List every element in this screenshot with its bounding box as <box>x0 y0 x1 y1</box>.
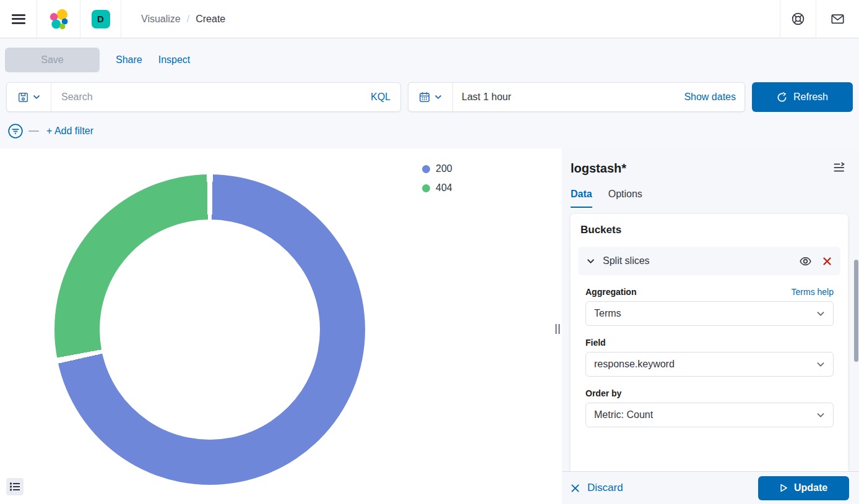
sidebar-header: logstash* <box>562 148 859 176</box>
search-bar: KQL <box>6 82 401 112</box>
collapse-sidebar-button[interactable] <box>832 161 847 176</box>
sidebar-scrollbar[interactable] <box>854 260 858 362</box>
query-language-button[interactable]: KQL <box>361 92 400 103</box>
config-sidebar: logstash* Data Options Buckets <box>562 148 859 504</box>
main-content: 200 404 logstash* <box>0 148 859 504</box>
split-slices-body: Aggregation Terms help Terms Field respo… <box>578 287 840 427</box>
close-icon <box>571 484 580 493</box>
filter-drop-indicator <box>28 130 39 132</box>
help-icon <box>792 12 805 25</box>
chevron-down-icon <box>816 311 825 317</box>
order-by-value: Metric: Count <box>594 409 816 421</box>
sidebar-footer: Discard Update <box>562 471 859 504</box>
legend-label: 200 <box>436 163 452 174</box>
update-button[interactable]: Update <box>758 476 849 500</box>
field-value: response.keyword <box>594 359 816 370</box>
chevron-down-icon <box>816 362 825 367</box>
breadcrumb-visualize[interactable]: Visualize <box>141 14 181 25</box>
calendar-icon <box>419 92 430 103</box>
buckets-card: Buckets Split slices <box>571 214 848 471</box>
add-filter-button[interactable]: + Add filter <box>46 126 93 137</box>
legend-item-404[interactable]: 404 <box>422 182 452 194</box>
index-pattern-title: logstash* <box>571 161 626 176</box>
filter-bar: + Add filter <box>6 123 853 139</box>
remove-bucket-button[interactable] <box>822 257 832 266</box>
split-slices-accordion[interactable]: Split slices <box>578 247 840 275</box>
resize-handle[interactable] <box>554 323 561 335</box>
order-by-label: Order by <box>585 388 621 398</box>
aggregation-label: Aggregation <box>585 287 636 297</box>
save-button[interactable]: Save <box>5 48 100 72</box>
menu-button[interactable] <box>0 0 37 38</box>
search-input[interactable] <box>51 92 361 103</box>
hamburger-icon <box>12 14 25 24</box>
save-query-icon <box>18 92 28 103</box>
time-range-value[interactable]: Last 1 hour <box>453 92 675 103</box>
discard-label: Discard <box>587 482 623 494</box>
breadcrumb-separator: / <box>187 14 189 25</box>
top-header: D Visualize / Create <box>0 0 859 38</box>
space-badge: D <box>92 10 110 28</box>
terms-help-link[interactable]: Terms help <box>792 287 834 297</box>
breadcrumb-create: Create <box>196 14 225 25</box>
chevron-down-icon <box>816 412 825 418</box>
kibana-app: D Visualize / Create <box>0 0 859 504</box>
space-selector[interactable]: D <box>80 0 121 38</box>
eye-icon <box>800 256 811 267</box>
elastic-logo-icon <box>48 9 69 30</box>
field-label: Field <box>585 338 606 348</box>
legend-item-200[interactable]: 200 <box>422 163 452 174</box>
toggle-visibility-button[interactable] <box>800 256 811 267</box>
chevron-down-icon <box>33 95 40 100</box>
panel-resizer <box>553 148 562 504</box>
share-button[interactable]: Share <box>116 54 142 66</box>
donut-hole <box>100 220 320 440</box>
legend-toggle-button[interactable] <box>6 478 24 495</box>
donut-chart[interactable] <box>54 174 365 485</box>
toolbar: Save Share Inspect KQL <box>0 38 859 148</box>
actions-row: Save Share Inspect <box>6 48 853 72</box>
aggregation-value: Terms <box>594 308 816 319</box>
discard-button[interactable]: Discard <box>571 482 623 494</box>
legend-dot <box>422 184 430 192</box>
field-select[interactable]: response.keyword <box>585 352 834 377</box>
inspect-button[interactable]: Inspect <box>158 54 191 66</box>
tab-data[interactable]: Data <box>571 189 592 208</box>
saved-query-menu-button[interactable] <box>7 83 51 111</box>
refresh-button[interactable]: Refresh <box>752 82 853 112</box>
sidebar-tabs: Data Options <box>562 176 859 208</box>
legend-label: 404 <box>436 182 452 194</box>
chevron-down-icon <box>434 95 442 100</box>
menu-right-icon <box>833 162 845 173</box>
show-dates-button[interactable]: Show dates <box>675 92 745 103</box>
legend-list-icon <box>10 482 20 491</box>
refresh-icon <box>777 92 787 103</box>
aggregation-select[interactable]: Terms <box>585 301 834 326</box>
help-button[interactable] <box>780 0 816 38</box>
play-icon <box>780 484 788 492</box>
order-by-select[interactable]: Metric: Count <box>585 403 834 427</box>
newsfeed-button[interactable] <box>816 0 859 38</box>
date-quick-select-button[interactable] <box>408 83 453 111</box>
split-slices-label: Split slices <box>603 255 650 267</box>
mail-icon <box>831 12 845 26</box>
buckets-heading: Buckets <box>578 224 840 236</box>
close-icon <box>822 257 832 266</box>
update-label: Update <box>794 482 827 493</box>
refresh-label: Refresh <box>793 92 828 103</box>
chart-legend: 200 404 <box>422 163 452 194</box>
chevron-down-icon <box>587 258 595 264</box>
elastic-logo[interactable] <box>37 0 80 38</box>
legend-dot <box>422 165 430 173</box>
query-bar: KQL Last 1 hour <box>6 82 853 112</box>
breadcrumb: Visualize / Create <box>121 0 225 38</box>
tab-options[interactable]: Options <box>608 189 642 208</box>
time-picker: Last 1 hour Show dates <box>408 82 745 112</box>
visualization-panel: 200 404 <box>0 148 553 504</box>
filter-icon[interactable] <box>7 123 24 139</box>
